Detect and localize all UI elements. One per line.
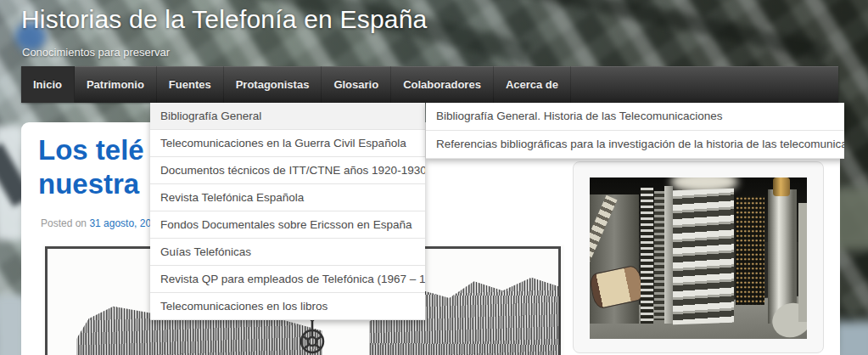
- dropdown-item-revista-telefonica[interactable]: Revista Telefónica Española: [150, 184, 425, 211]
- dropdown-item-documentos-itt-ctne[interactable]: Documentos técnicos de ITT/CTNE años 192…: [150, 157, 425, 184]
- submenu-item-bibliografia-historia[interactable]: Bibliografía General. Historia de las Te…: [426, 103, 844, 131]
- nav-item-glosario[interactable]: Glosario: [322, 66, 391, 103]
- dropdown-item-bibliografia-general[interactable]: Bibliografía General: [150, 103, 425, 130]
- nav-item-fuentes[interactable]: Fuentes: [157, 66, 224, 103]
- site-title[interactable]: Historias de la Telefonía en España: [21, 5, 427, 34]
- dropdown-item-guerra-civil[interactable]: Telecomunicaciones en la Guerra Civil Es…: [150, 130, 425, 157]
- post-date-link[interactable]: 31 agosto, 20: [89, 217, 151, 229]
- main-nav: Inicio Patrimonio Fuentes Protagonistas …: [21, 66, 838, 103]
- nav-item-colaboradores[interactable]: Colaboradores: [391, 66, 494, 103]
- posted-label: Posted on: [41, 217, 87, 229]
- photo-toothed-rack: [641, 188, 653, 324]
- post-title-line2: nuestra: [38, 167, 144, 201]
- submenu-item-referencias-bibliograficas[interactable]: Referencias bibliográficas para la inves…: [426, 131, 844, 159]
- photo-selector-fingers: [673, 189, 734, 325]
- post-meta: Posted on 31 agosto, 20: [41, 217, 151, 229]
- dropdown-item-telecom-libros[interactable]: Telecomunicaciones en los libros: [150, 293, 425, 320]
- post-title-line1: Los telé: [38, 133, 144, 167]
- nav-item-protagonistas[interactable]: Protagonistas: [224, 66, 322, 103]
- dropdown-item-fondos-ericsson[interactable]: Fondos Documentales sobre Ericsson en Es…: [150, 211, 425, 239]
- sidebar-widget: [573, 161, 824, 353]
- nav-item-patrimonio[interactable]: Patrimonio: [75, 66, 157, 103]
- sidebar-photo-selector-mechanism: [590, 178, 807, 339]
- photo-right-edge: [798, 203, 807, 322]
- photo-contact-bank: [736, 196, 764, 305]
- post-title[interactable]: Los telé nuestra: [38, 133, 144, 201]
- bibliografia-submenu: Bibliografía General. Historia de las Te…: [426, 103, 844, 159]
- photo-spine-bar: [664, 186, 673, 324]
- dropdown-item-guias-telefonicas[interactable]: Guías Telefónicas: [150, 239, 425, 266]
- fuentes-dropdown-menu: Bibliografía General Telecomunicaciones …: [150, 103, 425, 320]
- dropdown-item-revista-qp[interactable]: Revista QP para empleados de Telefónica …: [150, 266, 425, 293]
- nav-item-inicio[interactable]: Inicio: [21, 66, 75, 103]
- nav-item-acerca-de[interactable]: Acerca de: [494, 66, 571, 103]
- photo-brass-cap: [773, 178, 790, 196]
- site-tagline: Conocimientos para preservar: [22, 46, 170, 59]
- photo-toothed-rack: [654, 191, 664, 320]
